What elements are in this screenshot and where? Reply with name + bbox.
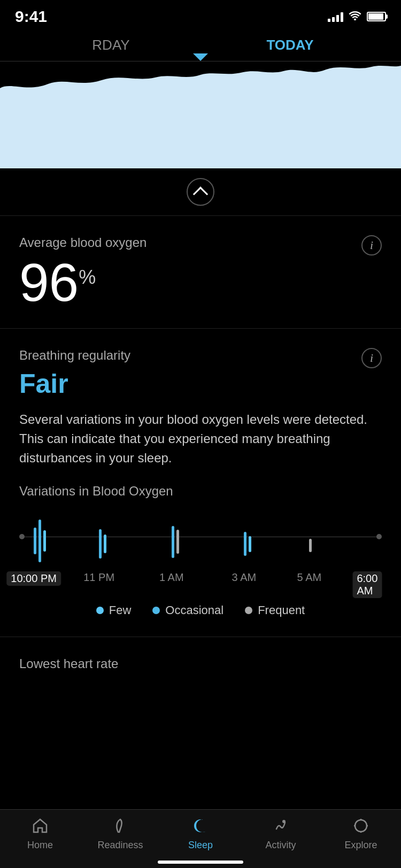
variation-bars-2 xyxy=(99,522,106,567)
battery-icon xyxy=(367,12,386,21)
time-label-11pm: 11 PM xyxy=(83,571,114,584)
legend-occasional: Occasional xyxy=(152,603,223,617)
legend-label-frequent: Frequent xyxy=(258,603,305,617)
variations-title: Variations in Blood Oxygen xyxy=(19,484,382,499)
status-time: 9:41 xyxy=(15,7,47,26)
breathing-regularity-label: Breathing regularity xyxy=(19,348,130,363)
blood-oxygen-label: Average blood oxygen xyxy=(19,235,146,250)
svg-line-6 xyxy=(357,821,358,823)
nav-activity[interactable]: Activity xyxy=(249,817,313,851)
nav-sleep-label: Sleep xyxy=(188,840,213,851)
time-label-1am: 1 AM xyxy=(159,571,184,584)
time-labels: 10:00 PM 11 PM 1 AM 3 AM 5 AM 6:00 AM xyxy=(19,571,382,587)
nav-sleep[interactable]: Sleep xyxy=(168,817,233,851)
wifi-icon xyxy=(349,11,361,23)
home-icon xyxy=(32,817,49,836)
lowest-heart-rate-label: Lowest heart rate xyxy=(19,656,118,671)
home-indicator xyxy=(158,861,243,864)
legend-dot-occasional xyxy=(152,607,160,614)
tab-indicator xyxy=(193,53,208,61)
chevron-up-icon xyxy=(193,187,208,201)
collapse-section xyxy=(0,168,401,216)
blood-oxygen-value-container: 96% xyxy=(19,255,382,309)
signal-icon xyxy=(328,11,343,22)
status-icons xyxy=(328,11,386,23)
variation-bars-5 xyxy=(309,525,312,566)
legend-label-occasional: Occasional xyxy=(165,603,223,617)
bottom-nav: Home Readiness Sleep Activity xyxy=(0,809,401,868)
blood-oxygen-info-button[interactable]: i xyxy=(361,235,382,255)
nav-explore[interactable]: Explore xyxy=(329,817,393,851)
legend-dot-frequent xyxy=(245,607,252,614)
svg-line-7 xyxy=(365,830,366,831)
variation-bars-3 xyxy=(172,518,179,566)
nav-readiness-label: Readiness xyxy=(97,840,143,851)
breathing-regularity-section: Breathing regularity i Fair Several vari… xyxy=(0,329,401,637)
blood-oxygen-value: 96 xyxy=(19,252,79,312)
tab-today[interactable]: TODAY xyxy=(200,37,380,53)
breathing-regularity-info-button[interactable]: i xyxy=(361,348,382,368)
legend-frequent: Frequent xyxy=(245,603,305,617)
breathing-regularity-status: Fair xyxy=(19,368,382,399)
collapse-button[interactable] xyxy=(187,178,214,206)
blood-oxygen-section: Average blood oxygen i 96% xyxy=(0,216,401,329)
activity-icon xyxy=(272,817,289,836)
tab-yesterday[interactable]: RDAY xyxy=(21,37,200,53)
legend-dot-few xyxy=(96,607,104,614)
readiness-icon xyxy=(112,817,129,836)
variation-bars-4 xyxy=(244,522,251,567)
variation-bars-1 xyxy=(34,516,46,567)
top-tabs: RDAY TODAY xyxy=(0,29,401,61)
wave-chart xyxy=(0,61,401,168)
nav-explore-label: Explore xyxy=(344,840,377,851)
sleep-icon xyxy=(192,817,209,836)
nav-home-label: Home xyxy=(27,840,53,851)
legend: Few Occasional Frequent xyxy=(19,603,382,617)
time-label-3am: 3 AM xyxy=(232,571,257,584)
explore-icon xyxy=(352,817,369,836)
time-label-10pm: 10:00 PM xyxy=(6,571,61,586)
time-label-6am: 6:00 AM xyxy=(352,571,382,598)
time-label-5am: 5 AM xyxy=(297,571,322,584)
nav-readiness[interactable]: Readiness xyxy=(88,817,152,851)
breathing-regularity-description: Several variations in your blood oxygen … xyxy=(19,410,382,468)
nav-activity-label: Activity xyxy=(265,840,296,851)
status-bar: 9:41 xyxy=(0,0,401,29)
svg-line-8 xyxy=(365,821,366,823)
legend-label-few: Few xyxy=(109,603,132,617)
blood-oxygen-unit: % xyxy=(79,266,96,289)
nav-home[interactable]: Home xyxy=(8,817,72,851)
variation-chart xyxy=(19,507,382,566)
svg-point-0 xyxy=(282,820,286,823)
svg-line-9 xyxy=(357,830,358,831)
lowest-heart-rate-section: Lowest heart rate xyxy=(0,637,401,682)
legend-few: Few xyxy=(96,603,132,617)
